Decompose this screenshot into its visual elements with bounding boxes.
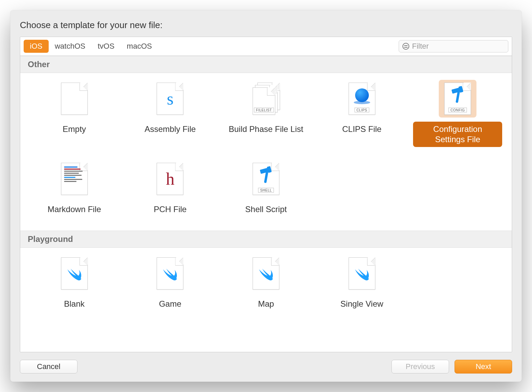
section-header-playground: Playground [20, 231, 512, 248]
template-clips-file[interactable]: CLIPS CLIPS File [314, 80, 410, 147]
section-header-other: Other [20, 56, 512, 73]
file-badge: FILELIST [254, 108, 274, 112]
file-icon [349, 257, 375, 290]
template-label: CLIPS File [336, 122, 388, 137]
content-area: iOS watchOS tvOS macOS Filter Other Empt… [20, 37, 512, 352]
file-icon: SHELL [253, 163, 279, 195]
file-icon: CLIPS [349, 83, 375, 115]
template-label: Shell Script [239, 202, 293, 217]
tab-macos[interactable]: macOS [121, 40, 158, 53]
template-label: Single View [334, 296, 389, 311]
template-build-phase-file-list[interactable]: FILELIST Build Phase File List [218, 80, 314, 147]
toolbar: iOS watchOS tvOS macOS Filter [20, 37, 512, 56]
template-label: Assembly File [138, 122, 202, 137]
template-label: Build Phase File List [222, 122, 309, 137]
platform-tabs: iOS watchOS tvOS macOS [24, 40, 158, 53]
tab-ios[interactable]: iOS [24, 40, 49, 53]
template-label: Markdown File [41, 202, 107, 217]
swift-icon [65, 266, 83, 281]
template-label: Blank [58, 296, 91, 311]
cancel-button[interactable]: Cancel [20, 360, 77, 373]
swift-icon [161, 266, 179, 281]
template-label: Empty [57, 122, 92, 137]
tab-tvos[interactable]: tvOS [92, 40, 121, 53]
template-shell-script[interactable]: SHELL Shell Script [218, 160, 314, 217]
template-label: PCH File [147, 202, 193, 217]
file-badge: CONFIG [448, 108, 467, 112]
template-pch-file[interactable]: h PCH File [122, 160, 218, 217]
tab-watchos[interactable]: watchOS [49, 40, 92, 53]
grid-other: Empty s Assembly File FI [20, 73, 512, 231]
template-label: Game [153, 296, 188, 311]
hammer-icon [260, 168, 272, 182]
swift-icon [353, 266, 371, 281]
filter-icon [402, 43, 409, 50]
template-blank[interactable]: Blank [26, 255, 122, 311]
new-file-dialog: Choose a template for your new file: iOS… [10, 10, 522, 382]
grid-playground: Blank Game [20, 248, 512, 325]
letter-h-icon: h [157, 163, 183, 195]
file-icon [253, 257, 279, 290]
stacked-files-icon: FILELIST [253, 83, 279, 115]
file-icon: s [157, 83, 183, 115]
next-button[interactable]: Next [455, 360, 512, 373]
template-configuration-settings-file[interactable]: CONFIG Configuration Settings File [410, 80, 506, 147]
hammer-icon [452, 88, 463, 101]
file-icon: CONFIG [444, 83, 471, 115]
filter-input[interactable]: Filter [399, 40, 508, 52]
footer: Cancel Previous Next [20, 352, 512, 373]
template-assembly-file[interactable]: s Assembly File [122, 80, 218, 147]
sphere-icon [355, 88, 369, 102]
template-single-view[interactable]: Single View [314, 255, 410, 311]
template-label: Configuration Settings File [413, 122, 502, 147]
file-icon [157, 257, 183, 290]
file-icon [61, 257, 88, 290]
template-markdown-file[interactable]: Markdown File [26, 160, 122, 217]
file-icon: h [157, 163, 183, 195]
template-label: Map [252, 296, 280, 311]
template-empty[interactable]: Empty [26, 80, 122, 147]
file-badge: SHELL [258, 188, 274, 193]
filter-placeholder: Filter [412, 42, 429, 51]
file-icon [61, 83, 88, 115]
previous-button[interactable]: Previous [391, 360, 449, 373]
file-badge: CLIPS [354, 108, 369, 112]
template-game[interactable]: Game [122, 255, 218, 311]
swift-icon [257, 266, 275, 281]
dialog-title: Choose a template for your new file: [20, 20, 512, 30]
markdown-lines-icon [64, 167, 85, 191]
file-icon [61, 163, 88, 195]
letter-s-icon: s [157, 83, 183, 114]
template-map[interactable]: Map [218, 255, 314, 311]
